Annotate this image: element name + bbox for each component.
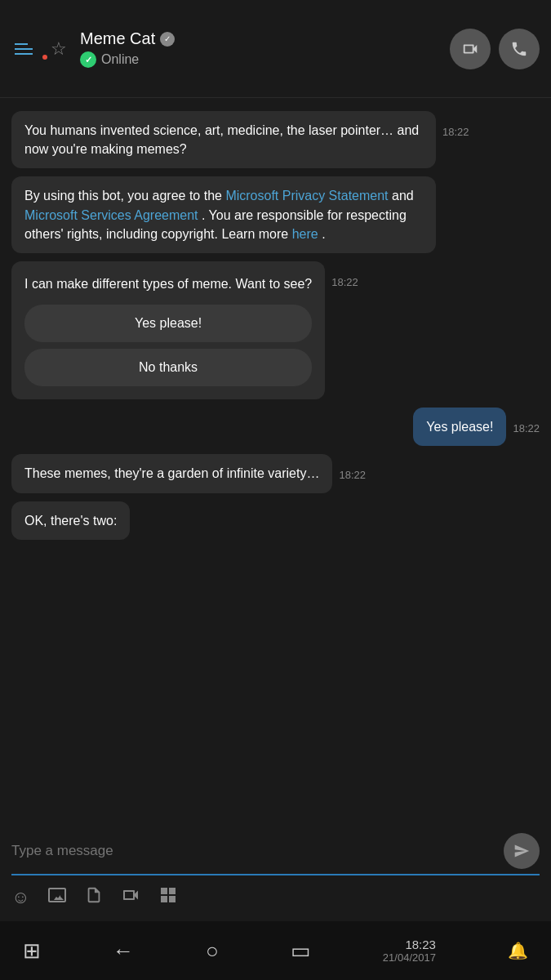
emoji-button[interactable]: ☺ [11,887,29,908]
message-time-5: 18:22 [339,457,366,481]
video-icon [461,40,479,58]
hamburger-menu[interactable] [11,40,36,58]
image-icon [47,885,67,905]
here-link[interactable]: here [292,227,318,241]
file-icon [85,886,103,904]
multitask-button[interactable]: ▭ [291,938,311,964]
contact-name-row: Meme Cat ✓ [80,29,175,48]
phone-icon [510,40,528,58]
message-row-4: 18:22 Yes please! [11,408,540,446]
message-row-2: By using this bot, you agree to the Micr… [11,176,540,253]
star-icon[interactable]: ☆ [51,38,67,60]
received-bubble-2: By using this bot, you agree to the Micr… [11,176,436,253]
toolbar-icons: ☺ [11,882,540,916]
message-time-1: 18:22 [442,114,469,138]
contact-info: Meme Cat ✓ Online [80,29,175,68]
header-left: ☆ Meme Cat ✓ Online [11,29,175,68]
nav-bar: ⊞ ← ○ ▭ 18:23 21/04/2017 🔔 [0,921,551,980]
sent-bubble-4: Yes please! [413,408,506,446]
video-toolbar-button[interactable] [121,885,140,910]
message-row-1: You humans invented science, art, medici… [11,111,540,168]
notification-dot [42,55,47,60]
home-button[interactable]: ○ [206,938,219,964]
message-col-5: These memes, they're a garden of infinit… [11,454,332,492]
file-button[interactable] [85,886,103,909]
message-text-5: These memes, they're a garden of infinit… [24,466,319,480]
message-col-1: You humans invented science, art, medici… [11,111,436,168]
message-time-4: 18:22 [513,411,540,434]
no-thanks-button[interactable]: No thanks [24,349,312,386]
image-button[interactable] [47,885,67,910]
contact-name: Meme Cat [80,29,155,48]
yes-please-button[interactable]: Yes please! [24,305,312,342]
msg2-pre1: By using this bot, you agree to the [24,189,225,203]
msg2-and: and [392,189,414,203]
header-actions [450,29,540,69]
message-row-3: I can make different types of meme. Want… [11,261,540,399]
status-row: Online [80,51,175,68]
chat-area: You humans invented science, art, medici… [0,98,551,826]
input-area: ☺ [0,826,551,921]
back-button[interactable]: ← [113,938,134,964]
received-bubble-6: OK, there's two: [11,501,130,540]
card-text-3: I can make different types of meme. Want… [24,274,312,293]
message-col-3: I can make different types of meme. Want… [11,261,325,399]
message-row-6: OK, there's two: [11,501,540,540]
notification-button[interactable]: 🔔 [508,941,528,960]
send-icon [513,843,530,859]
send-button[interactable] [504,833,540,869]
status-text: Online [101,52,139,67]
received-bubble-1: You humans invented science, art, medici… [11,111,436,168]
header: ☆ Meme Cat ✓ Online [0,0,551,98]
message-text-6: OK, there's two: [24,514,117,528]
received-bubble-5: These memes, they're a garden of infinit… [11,454,332,492]
hamburger-area [11,40,41,58]
more-icon [158,885,178,905]
phone-call-button[interactable] [499,29,540,69]
message-time-3: 18:22 [331,265,358,288]
message-input[interactable] [11,836,497,866]
windows-button[interactable]: ⊞ [23,938,41,964]
card-bubble-3: I can make different types of meme. Want… [11,261,325,399]
msg2-period: . [322,227,325,241]
verified-icon: ✓ [160,32,175,47]
services-link[interactable]: Microsoft Services Agreement [24,208,198,222]
time-date: 18:23 21/04/2017 [383,938,436,964]
privacy-link[interactable]: Microsoft Privacy Statement [225,189,388,203]
message-text-1: You humans invented science, art, medici… [24,123,419,156]
message-text-4: Yes please! [426,420,493,434]
message-row-5: These memes, they're a garden of infinit… [11,454,540,492]
input-row [11,833,540,875]
more-button[interactable] [158,885,178,910]
online-status-dot [80,51,96,68]
nav-time: 18:23 [405,938,436,951]
video-toolbar-icon [121,885,140,905]
nav-date: 21/04/2017 [383,951,436,964]
video-call-button[interactable] [450,29,491,69]
